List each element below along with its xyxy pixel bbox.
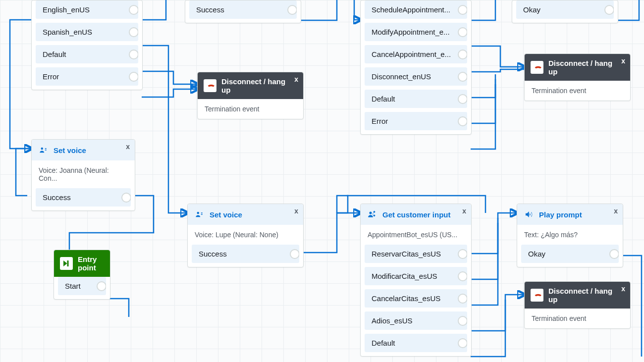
output-port[interactable] [609,249,619,259]
branch-success[interactable]: Success [192,245,299,263]
branch-reservar[interactable]: ReservarCitas_esUS [365,245,467,263]
output-port[interactable] [604,5,614,15]
branch-label: Success [199,250,227,258]
output-port[interactable] [458,249,467,259]
hangup-icon [531,289,543,302]
branch-label: ModifyAppointment_e... [372,28,450,36]
branch-success[interactable]: Success [36,188,131,207]
hangup-icon [531,61,543,74]
svg-rect-1 [67,260,69,266]
node-body: Voice: Lupe (Neural: None) [188,225,303,245]
node-header[interactable]: Disconnect / hang up [525,282,630,309]
branch-label: Error [372,117,388,125]
node-body: Voice: Joanna (Neural: Con... [32,160,135,188]
person-voice-icon [38,145,49,155]
branch-okay[interactable]: Okay [521,245,619,263]
arrow-right-icon [60,257,73,270]
node-header[interactable]: Set voice [32,140,135,160]
node-header[interactable]: Play prompt [517,204,623,225]
branch-modificar[interactable]: ModificarCita_esUS [365,267,467,285]
node-set-voice-es[interactable]: x Set voice Voice: Lupe (Neural: None) S… [187,204,304,267]
output-port[interactable] [458,5,467,15]
output-port[interactable] [458,50,467,59]
output-port[interactable] [290,249,299,259]
close-icon[interactable]: x [621,57,625,65]
output-port[interactable] [458,294,467,304]
output-port[interactable] [458,271,467,281]
output-port[interactable] [458,338,467,348]
branch-default[interactable]: Default [36,45,138,63]
node-header[interactable]: Get customer input [361,204,471,225]
branch-label: Default [372,95,395,103]
branch-success[interactable]: Success [189,0,297,19]
close-icon[interactable]: x [126,143,130,151]
node-title: Get customer input [382,210,451,219]
branch-label: Spanish_enUS [43,28,92,36]
output-port[interactable] [458,94,467,104]
close-icon[interactable]: x [614,207,618,215]
branch-label: ModificarCita_esUS [372,272,437,280]
output-port[interactable] [458,116,467,126]
node-entry-point[interactable]: Entry point Start [54,250,110,300]
node-header[interactable]: Entry point [54,250,110,277]
node-body: Text: ¿Algo más? [517,225,623,245]
node-disconnect-1[interactable]: x Disconnect / hang up Termination event [197,72,304,119]
branch-adios[interactable]: Adios_esUS [365,311,467,330]
close-icon[interactable]: x [294,75,298,83]
branch-error[interactable]: Error [365,112,467,130]
node-success-top[interactable]: Success [185,0,301,23]
node-get-customer-en[interactable]: ScheduleAppointment... ModifyAppointment… [360,0,472,135]
output-port[interactable] [458,72,467,82]
speaker-icon [523,209,534,220]
output-port[interactable] [121,193,131,203]
node-title: Entry point [78,255,97,272]
branch-default[interactable]: Default [365,334,467,352]
node-header[interactable]: Disconnect / hang up [198,72,303,99]
output-port[interactable] [129,27,138,37]
close-icon[interactable]: x [462,207,466,215]
output-port[interactable] [287,5,297,15]
branch-start[interactable]: Start [58,277,106,295]
branch-label: Adios_esUS [372,316,413,325]
branch-label: Success [196,5,224,14]
branch-label: Okay [523,5,540,14]
branch-spanish[interactable]: Spanish_enUS [36,23,138,41]
branch-label: CancelarCitas_esUS [372,294,440,303]
branch-default[interactable]: Default [365,90,467,108]
output-port[interactable] [458,316,467,326]
branch-cancel[interactable]: CancelAppointment_e... [365,45,467,63]
node-title: Play prompt [539,210,582,219]
branch-label: Success [43,193,71,202]
branch-error[interactable]: Error [36,67,138,86]
output-port[interactable] [97,281,106,291]
node-play-prompt[interactable]: x Play prompt Text: ¿Algo más? Okay [517,204,623,267]
node-disconnect-2[interactable]: x Disconnect / hang up Termination event [524,53,631,101]
branch-node-language[interactable]: English_enUS Spanish_enUS Default Error [31,0,143,90]
node-header[interactable]: Disconnect / hang up [525,54,630,81]
branch-label: English_enUS [43,5,90,14]
branch-cancelar[interactable]: CancelarCitas_esUS [365,289,467,308]
close-icon[interactable]: x [294,207,298,215]
branch-disconnect[interactable]: Disconnect_enUS [365,67,467,86]
output-port[interactable] [129,50,138,59]
node-title: Disconnect / hang up [548,59,616,76]
node-set-voice-en[interactable]: x Set voice Voice: Joanna (Neural: Con..… [31,139,135,211]
node-header[interactable]: Set voice [188,204,303,225]
branch-label: CancelAppointment_e... [372,50,451,58]
output-port[interactable] [129,72,138,82]
node-body: Termination event [525,81,630,101]
person-share-icon [367,209,377,220]
branch-label: Start [65,282,81,290]
node-okay-top[interactable]: Okay [512,0,618,23]
branch-modify[interactable]: ModifyAppointment_e... [365,23,467,41]
close-icon[interactable]: x [621,285,625,293]
node-title: Set voice [210,210,242,219]
branch-schedule[interactable]: ScheduleAppointment... [365,0,467,19]
output-port[interactable] [458,27,467,37]
person-voice-icon [194,209,205,220]
node-get-customer-es[interactable]: x Get customer input AppointmentBot_esUS… [360,204,472,357]
branch-english[interactable]: English_enUS [36,0,138,19]
output-port[interactable] [129,5,138,15]
branch-okay[interactable]: Okay [516,0,614,19]
node-disconnect-3[interactable]: x Disconnect / hang up Termination event [524,281,631,329]
